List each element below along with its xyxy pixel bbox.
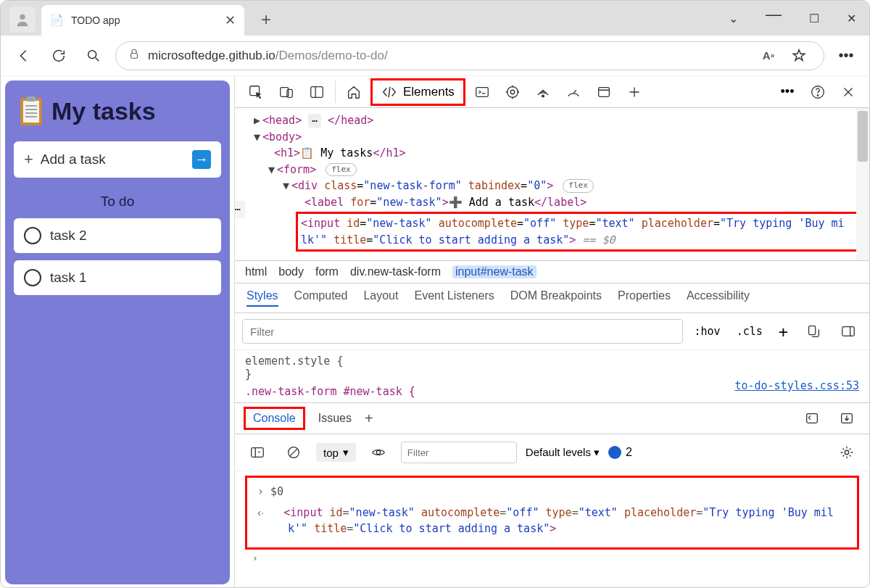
dom-breadcrumb[interactable]: html body form div.new-task-form input#n…: [235, 260, 869, 283]
issue-counter[interactable]: 2: [608, 446, 632, 459]
issue-badge-icon: [608, 446, 621, 459]
styles-tab-strip: Styles Computed Layout Event Listeners D…: [235, 283, 869, 313]
cls-button[interactable]: .cls: [732, 322, 767, 341]
add-task-input[interactable]: + Add a task →: [14, 141, 221, 178]
more-tabs-icon[interactable]: [621, 78, 648, 106]
window-close-icon[interactable]: ✕: [840, 12, 863, 25]
accessibility-tab[interactable]: Accessibility: [687, 289, 750, 307]
back-button[interactable]: [11, 43, 37, 69]
svg-line-39: [290, 449, 297, 455]
svg-rect-23: [599, 87, 610, 96]
layout-tab[interactable]: Layout: [363, 289, 398, 307]
breadcrumb-item[interactable]: input#new-task: [452, 265, 536, 278]
console-tab-icon[interactable]: [468, 78, 496, 106]
dock-side-icon[interactable]: [303, 78, 331, 106]
chevron-down-icon: ▾: [343, 446, 349, 459]
styles-pane[interactable]: element.style { } .new-task-form #new-ta…: [235, 350, 869, 402]
task-checkbox-icon[interactable]: [24, 269, 41, 286]
favorite-icon[interactable]: [786, 43, 812, 69]
browser-tab[interactable]: 📄 TODO app ✕: [41, 5, 244, 36]
submit-task-icon[interactable]: →: [192, 150, 211, 169]
scroll-more-icon[interactable]: ⋯: [235, 201, 245, 218]
task-checkbox-icon[interactable]: [24, 227, 41, 244]
add-task-label: Add a task: [41, 152, 106, 167]
console-prompt[interactable]: ›: [235, 550, 869, 566]
svg-point-28: [817, 94, 818, 95]
dom-tree[interactable]: ▶<head> ⋯ </head> ▼<body> <h1>📋 My tasks…: [235, 108, 869, 260]
tab-strip: 📄 TODO app ✕ + ⌄ — ☐ ✕: [1, 1, 869, 36]
help-icon[interactable]: [804, 78, 832, 106]
devtools-settings-icon[interactable]: •••: [774, 78, 801, 106]
url-toolbar: microsoftedge.github.io/Demos/demo-to-do…: [1, 36, 869, 76]
styles-filter-bar: :hov .cls +: [235, 313, 869, 350]
styles-filter-input[interactable]: [242, 319, 683, 344]
breadcrumb-item[interactable]: div.new-task-form: [350, 265, 441, 278]
svg-point-40: [376, 450, 381, 455]
scrollbar-thumb[interactable]: [858, 111, 868, 162]
maximize-icon[interactable]: ☐: [802, 12, 826, 25]
log-levels-select[interactable]: Default levels ▾: [526, 446, 600, 459]
address-bar[interactable]: microsoftedge.github.io/Demos/demo-to-do…: [115, 41, 824, 70]
console-drawer-tab[interactable]: Console: [244, 407, 305, 430]
breadcrumb-item[interactable]: form: [315, 265, 339, 278]
clear-console-icon[interactable]: [280, 439, 307, 466]
code-icon: [381, 84, 397, 100]
svg-rect-32: [842, 327, 855, 336]
issues-drawer-tab[interactable]: Issues: [318, 412, 352, 425]
site-info-icon[interactable]: [128, 48, 141, 64]
styles-tab[interactable]: Styles: [246, 289, 278, 307]
url-text: microsoftedge.github.io/Demos/demo-to-do…: [148, 49, 388, 63]
console-filter-input[interactable]: [401, 442, 517, 463]
task-item[interactable]: task 2: [14, 218, 221, 253]
breadcrumb-item[interactable]: body: [278, 265, 304, 278]
console-settings-icon[interactable]: [833, 439, 861, 466]
toggle-common-rendering-icon[interactable]: [800, 318, 827, 345]
live-expression-icon[interactable]: [365, 439, 392, 466]
elements-tab[interactable]: Elements: [370, 78, 465, 106]
refresh-button[interactable]: [46, 43, 72, 69]
network-tab-icon[interactable]: [529, 78, 557, 106]
breadcrumb-item[interactable]: html: [245, 265, 267, 278]
close-devtools-icon[interactable]: [834, 78, 862, 106]
event-listeners-tab[interactable]: Event Listeners: [414, 289, 494, 307]
svg-point-1: [88, 50, 96, 58]
drawer-expand-icon[interactable]: [798, 405, 826, 432]
search-button[interactable]: [80, 43, 107, 69]
todo-section-label: To do: [14, 194, 221, 210]
application-tab-icon[interactable]: [590, 78, 618, 106]
console-sidebar-icon[interactable]: [244, 439, 271, 466]
task-label: task 2: [50, 228, 87, 244]
svg-point-0: [20, 15, 25, 20]
drawer-collapse-icon[interactable]: [833, 405, 861, 432]
heading-text: My tasks: [51, 97, 156, 125]
dom-breakpoints-tab[interactable]: DOM Breakpoints: [510, 289, 602, 307]
more-drawer-tabs-icon[interactable]: +: [365, 410, 373, 427]
device-toolbar-icon[interactable]: [273, 78, 300, 106]
selected-element-row[interactable]: <input id="new-task" autocomplete="off" …: [296, 212, 861, 252]
welcome-tab-icon[interactable]: [340, 78, 368, 106]
minimize-icon[interactable]: —: [758, 5, 789, 24]
profile-button[interactable]: [9, 7, 36, 33]
properties-tab[interactable]: Properties: [618, 289, 671, 307]
devtools-panel: Elements ••• ▶<head> ⋯ </head> ▼<body> <…: [234, 76, 869, 588]
more-menu-icon[interactable]: •••: [833, 43, 859, 69]
elements-tab-label: Elements: [403, 85, 455, 99]
hov-button[interactable]: :hov: [690, 322, 725, 341]
console-output[interactable]: › $0 ‹· <input id="new-task" autocomplet…: [245, 476, 859, 550]
inspect-element-icon[interactable]: [242, 78, 270, 106]
stylesheet-source-link[interactable]: to-do-styles.css:53: [734, 379, 859, 392]
app-heading: My tasks: [18, 95, 221, 127]
computed-sidebar-icon[interactable]: [834, 318, 862, 345]
close-tab-icon[interactable]: ✕: [225, 12, 236, 28]
read-aloud-icon[interactable]: A»: [755, 43, 782, 69]
svg-rect-15: [476, 87, 489, 96]
console-context-select[interactable]: top ▾: [316, 443, 356, 462]
sources-tab-icon[interactable]: [499, 78, 526, 106]
task-item[interactable]: task 1: [14, 260, 221, 295]
new-style-rule-icon[interactable]: +: [774, 320, 792, 344]
performance-tab-icon[interactable]: [560, 78, 587, 106]
scrollbar-track[interactable]: [856, 108, 869, 260]
computed-tab[interactable]: Computed: [294, 289, 348, 307]
tabs-menu-icon[interactable]: ⌄: [721, 12, 745, 25]
new-tab-button[interactable]: +: [253, 7, 279, 33]
